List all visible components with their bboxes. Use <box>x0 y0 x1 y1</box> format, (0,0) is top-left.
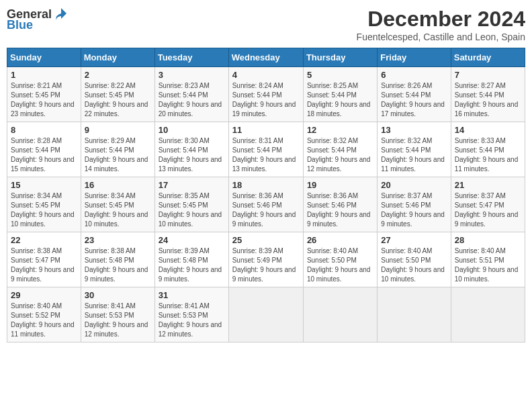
day-number: 30 <box>85 290 151 300</box>
calendar-week-row: 8 Sunrise: 8:28 AM Sunset: 5:44 PM Dayli… <box>7 122 525 177</box>
day-number: 27 <box>381 235 447 245</box>
calendar-day-cell: 4 Sunrise: 8:24 AM Sunset: 5:44 PM Dayli… <box>228 67 303 122</box>
day-info: Sunrise: 8:29 AM Sunset: 5:44 PM Dayligh… <box>85 136 151 174</box>
calendar-body: 1 Sunrise: 8:21 AM Sunset: 5:45 PM Dayli… <box>7 67 525 342</box>
calendar-day-cell: 16 Sunrise: 8:34 AM Sunset: 5:45 PM Dayl… <box>81 177 154 232</box>
day-info: Sunrise: 8:23 AM Sunset: 5:44 PM Dayligh… <box>159 81 225 119</box>
calendar-day-cell: 17 Sunrise: 8:35 AM Sunset: 5:45 PM Dayl… <box>154 177 228 232</box>
logo: General Blue <box>7 7 68 31</box>
day-number: 22 <box>11 235 77 245</box>
calendar-day-cell <box>378 287 451 342</box>
day-number: 11 <box>232 125 300 135</box>
calendar-day-cell: 11 Sunrise: 8:31 AM Sunset: 5:44 PM Dayl… <box>228 122 303 177</box>
day-number: 26 <box>307 235 373 245</box>
calendar-header-monday: Monday <box>81 48 154 67</box>
day-info: Sunrise: 8:27 AM Sunset: 5:44 PM Dayligh… <box>455 81 521 119</box>
calendar-day-cell: 7 Sunrise: 8:27 AM Sunset: 5:44 PM Dayli… <box>451 67 525 122</box>
calendar-day-cell: 18 Sunrise: 8:36 AM Sunset: 5:46 PM Dayl… <box>228 177 303 232</box>
day-info: Sunrise: 8:40 AM Sunset: 5:52 PM Dayligh… <box>11 302 77 339</box>
location-title: Fuentelcesped, Castille and Leon, Spain <box>357 32 525 42</box>
calendar-day-cell: 29 Sunrise: 8:40 AM Sunset: 5:52 PM Dayl… <box>7 287 81 342</box>
day-info: Sunrise: 8:37 AM Sunset: 5:46 PM Dayligh… <box>381 191 447 229</box>
day-number: 13 <box>381 125 447 135</box>
calendar-header-row: SundayMondayTuesdayWednesdayThursdayFrid… <box>7 48 525 67</box>
day-info: Sunrise: 8:35 AM Sunset: 5:45 PM Dayligh… <box>159 191 225 229</box>
calendar-day-cell: 1 Sunrise: 8:21 AM Sunset: 5:45 PM Dayli… <box>7 67 81 122</box>
day-info: Sunrise: 8:24 AM Sunset: 5:44 PM Dayligh… <box>232 81 300 119</box>
day-number: 24 <box>159 235 225 245</box>
month-title: December 2024 <box>357 7 525 32</box>
calendar-day-cell: 30 Sunrise: 8:41 AM Sunset: 5:53 PM Dayl… <box>81 287 154 342</box>
calendar-week-row: 22 Sunrise: 8:38 AM Sunset: 5:47 PM Dayl… <box>7 232 525 287</box>
day-info: Sunrise: 8:40 AM Sunset: 5:51 PM Dayligh… <box>455 246 521 284</box>
day-info: Sunrise: 8:32 AM Sunset: 5:44 PM Dayligh… <box>307 136 373 174</box>
calendar-header-tuesday: Tuesday <box>154 48 228 67</box>
day-number: 14 <box>455 125 521 135</box>
calendar-day-cell: 14 Sunrise: 8:33 AM Sunset: 5:44 PM Dayl… <box>451 122 525 177</box>
day-info: Sunrise: 8:38 AM Sunset: 5:48 PM Dayligh… <box>85 246 151 284</box>
day-info: Sunrise: 8:37 AM Sunset: 5:47 PM Dayligh… <box>455 191 521 229</box>
calendar-day-cell: 13 Sunrise: 8:32 AM Sunset: 5:44 PM Dayl… <box>378 122 451 177</box>
day-number: 4 <box>232 70 300 80</box>
calendar-header-wednesday: Wednesday <box>228 48 303 67</box>
calendar-day-cell: 12 Sunrise: 8:32 AM Sunset: 5:44 PM Dayl… <box>303 122 377 177</box>
calendar-header-thursday: Thursday <box>303 48 377 67</box>
day-number: 23 <box>85 235 151 245</box>
day-number: 16 <box>85 180 151 190</box>
day-number: 8 <box>11 125 77 135</box>
title-area: December 2024 Fuentelcesped, Castille an… <box>357 7 525 42</box>
logo-blue: Blue <box>7 19 33 31</box>
day-info: Sunrise: 8:31 AM Sunset: 5:44 PM Dayligh… <box>232 136 300 174</box>
day-info: Sunrise: 8:26 AM Sunset: 5:44 PM Dayligh… <box>381 81 447 119</box>
day-info: Sunrise: 8:34 AM Sunset: 5:45 PM Dayligh… <box>11 191 77 229</box>
day-number: 1 <box>11 70 77 80</box>
calendar-day-cell: 3 Sunrise: 8:23 AM Sunset: 5:44 PM Dayli… <box>154 67 228 122</box>
day-info: Sunrise: 8:38 AM Sunset: 5:47 PM Dayligh… <box>11 246 77 284</box>
day-number: 12 <box>307 125 373 135</box>
calendar-day-cell: 27 Sunrise: 8:40 AM Sunset: 5:50 PM Dayl… <box>378 232 451 287</box>
day-info: Sunrise: 8:32 AM Sunset: 5:44 PM Dayligh… <box>381 136 447 174</box>
day-number: 5 <box>307 70 373 80</box>
day-info: Sunrise: 8:39 AM Sunset: 5:49 PM Dayligh… <box>232 246 300 284</box>
calendar-day-cell: 25 Sunrise: 8:39 AM Sunset: 5:49 PM Dayl… <box>228 232 303 287</box>
calendar-day-cell: 21 Sunrise: 8:37 AM Sunset: 5:47 PM Dayl… <box>451 177 525 232</box>
day-info: Sunrise: 8:41 AM Sunset: 5:53 PM Dayligh… <box>85 302 151 339</box>
day-number: 17 <box>159 180 225 190</box>
day-info: Sunrise: 8:40 AM Sunset: 5:50 PM Dayligh… <box>307 246 373 284</box>
day-number: 28 <box>455 235 521 245</box>
calendar-day-cell <box>451 287 525 342</box>
day-info: Sunrise: 8:39 AM Sunset: 5:48 PM Dayligh… <box>159 246 225 284</box>
calendar-day-cell: 2 Sunrise: 8:22 AM Sunset: 5:45 PM Dayli… <box>81 67 154 122</box>
calendar-header-saturday: Saturday <box>451 48 525 67</box>
calendar-week-row: 15 Sunrise: 8:34 AM Sunset: 5:45 PM Dayl… <box>7 177 525 232</box>
calendar-day-cell: 9 Sunrise: 8:29 AM Sunset: 5:44 PM Dayli… <box>81 122 154 177</box>
day-number: 25 <box>232 235 300 245</box>
calendar-table: SundayMondayTuesdayWednesdayThursdayFrid… <box>7 48 525 342</box>
day-number: 21 <box>455 180 521 190</box>
day-number: 10 <box>159 125 225 135</box>
day-number: 3 <box>159 70 225 80</box>
day-info: Sunrise: 8:33 AM Sunset: 5:44 PM Dayligh… <box>455 136 521 174</box>
day-number: 18 <box>232 180 300 190</box>
day-number: 6 <box>381 70 447 80</box>
header: General Blue December 2024 Fuentelcesped… <box>7 7 525 42</box>
day-number: 7 <box>455 70 521 80</box>
day-number: 19 <box>307 180 373 190</box>
day-info: Sunrise: 8:40 AM Sunset: 5:50 PM Dayligh… <box>381 246 447 284</box>
day-info: Sunrise: 8:41 AM Sunset: 5:53 PM Dayligh… <box>159 302 225 339</box>
calendar-day-cell: 31 Sunrise: 8:41 AM Sunset: 5:53 PM Dayl… <box>154 287 228 342</box>
calendar-day-cell: 20 Sunrise: 8:37 AM Sunset: 5:46 PM Dayl… <box>378 177 451 232</box>
day-number: 20 <box>381 180 447 190</box>
calendar-day-cell: 26 Sunrise: 8:40 AM Sunset: 5:50 PM Dayl… <box>303 232 377 287</box>
calendar-day-cell: 5 Sunrise: 8:25 AM Sunset: 5:44 PM Dayli… <box>303 67 377 122</box>
logo-icon <box>53 7 68 21</box>
calendar-day-cell <box>303 287 377 342</box>
calendar-header-friday: Friday <box>378 48 451 67</box>
calendar-day-cell: 8 Sunrise: 8:28 AM Sunset: 5:44 PM Dayli… <box>7 122 81 177</box>
calendar-day-cell: 6 Sunrise: 8:26 AM Sunset: 5:44 PM Dayli… <box>378 67 451 122</box>
day-info: Sunrise: 8:25 AM Sunset: 5:44 PM Dayligh… <box>307 81 373 119</box>
calendar-day-cell: 23 Sunrise: 8:38 AM Sunset: 5:48 PM Dayl… <box>81 232 154 287</box>
calendar-header-sunday: Sunday <box>7 48 81 67</box>
day-info: Sunrise: 8:34 AM Sunset: 5:45 PM Dayligh… <box>85 191 151 229</box>
day-number: 9 <box>85 125 151 135</box>
